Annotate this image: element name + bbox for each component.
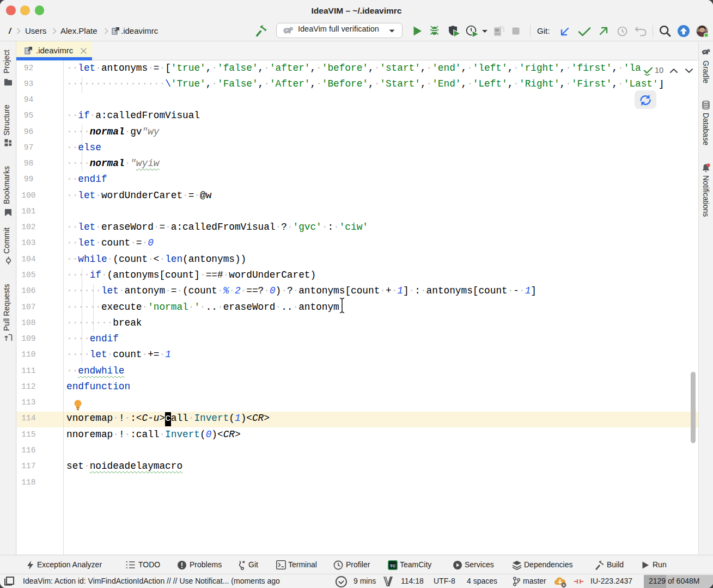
svg-text:TC: TC: [390, 564, 396, 568]
